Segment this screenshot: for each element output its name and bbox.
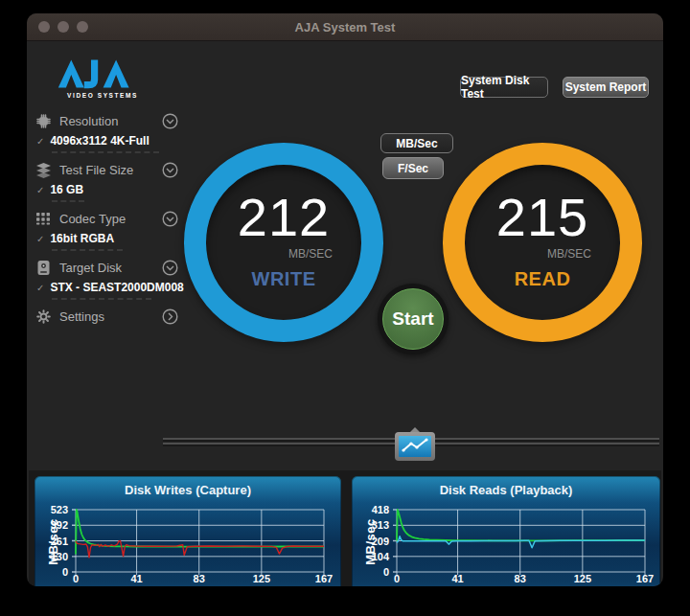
- minimize-button[interactable]: [58, 21, 69, 33]
- y-tick-label: 313: [372, 519, 389, 531]
- y-tick-label: 523: [51, 504, 68, 515]
- y-tick-label: 261: [51, 536, 68, 547]
- read-speed-value: 215: [496, 190, 588, 245]
- app-window: AJA System Test VIDEO SYSTEMS System Dis…: [27, 13, 663, 586]
- x-axis-ticks: 04183125167: [397, 573, 645, 584]
- y-axis-ticks: 0104209313418: [352, 510, 392, 572]
- selected-value: 16 GB: [50, 183, 83, 196]
- chevron-down-icon[interactable]: [162, 113, 178, 129]
- aja-logo: VIDEO SYSTEMS: [56, 57, 144, 99]
- sidebar-item-test-file-size[interactable]: Test File Size: [27, 159, 188, 180]
- resolution-chip-icon: [34, 112, 52, 129]
- sidebar-item-resolution[interactable]: Resolution: [27, 110, 188, 131]
- x-tick-label: 125: [253, 573, 270, 584]
- aja-logo-tagline: VIDEO SYSTEMS: [56, 92, 144, 99]
- sidebar: Resolution ✓ 4096x3112 4K-Full: [27, 110, 188, 329]
- plot-area: [76, 510, 324, 572]
- x-axis-ticks: 04183125167: [76, 573, 324, 584]
- zoom-button[interactable]: [77, 21, 88, 33]
- selected-value: 16bit RGBA: [50, 232, 114, 245]
- write-gauge-label: WRITE: [252, 268, 316, 290]
- system-disk-test-button[interactable]: System Disk Test: [460, 77, 548, 98]
- y-tick-label: 392: [51, 519, 68, 531]
- window-title: AJA System Test: [295, 20, 396, 34]
- checkmark-icon: ✓: [36, 283, 44, 293]
- mb-sec-toggle-button[interactable]: MB/Sec: [380, 133, 453, 153]
- x-tick-label: 0: [394, 573, 400, 584]
- aja-logo-mark: [56, 57, 144, 91]
- divider: [52, 298, 151, 300]
- chevron-down-icon[interactable]: [162, 162, 178, 178]
- disk-writes-chart: Disk Writes (Capture) MB/sec 01302613925…: [34, 476, 341, 586]
- traffic-lights: [38, 21, 88, 33]
- x-tick-label: 83: [515, 573, 526, 584]
- selected-value: STX - SEAST2000DM008: [50, 281, 183, 294]
- x-tick-label: 83: [194, 573, 205, 584]
- sidebar-item-label: Test File Size: [59, 163, 162, 177]
- read-speed-unit: MB/SEC: [547, 247, 591, 261]
- codec-grid-icon: [34, 210, 52, 227]
- x-tick-label: 0: [73, 573, 79, 584]
- chevron-down-icon[interactable]: [162, 211, 178, 227]
- divider: [52, 200, 84, 202]
- selected-codec[interactable]: ✓ 16bit RGBA: [27, 229, 188, 246]
- x-tick-label: 125: [574, 573, 591, 584]
- chart-title: Disk Writes (Capture): [34, 483, 341, 497]
- sidebar-item-codec-type[interactable]: Codec Type: [27, 208, 188, 229]
- selected-file-size[interactable]: ✓ 16 GB: [27, 180, 188, 197]
- write-speed-value: 212: [238, 190, 330, 245]
- chart-toggle-handle[interactable]: [395, 427, 435, 461]
- main-content: VIDEO SYSTEMS System Disk Test System Re…: [27, 41, 663, 586]
- checkmark-icon: ✓: [36, 234, 44, 244]
- title-bar[interactable]: AJA System Test: [27, 13, 663, 41]
- sidebar-item-label: Resolution: [59, 114, 162, 128]
- write-speed-unit: MB/SEC: [288, 247, 333, 261]
- read-gauge-label: READ: [515, 268, 571, 290]
- selected-resolution[interactable]: ✓ 4096x3112 4K-Full: [27, 131, 188, 148]
- selected-disk[interactable]: ✓ STX - SEAST2000DM008: [27, 278, 188, 295]
- plot-area: [397, 510, 645, 572]
- checkmark-icon: ✓: [36, 185, 44, 195]
- y-tick-label: 104: [372, 551, 389, 562]
- y-tick-label: 0: [383, 566, 389, 578]
- start-button-ring: Start: [378, 284, 448, 354]
- x-tick-label: 167: [636, 573, 654, 584]
- sidebar-item-settings[interactable]: Settings: [27, 306, 188, 327]
- disk-icon: [34, 259, 52, 276]
- y-tick-label: 209: [372, 536, 389, 547]
- sidebar-item-target-disk[interactable]: Target Disk: [27, 257, 188, 278]
- line-chart-icon: [395, 432, 435, 461]
- close-button[interactable]: [38, 21, 50, 33]
- divider: [52, 249, 123, 251]
- gear-icon: [34, 308, 52, 325]
- sidebar-item-label: Codec Type: [59, 212, 162, 226]
- chart-title: Disk Reads (Playback): [352, 483, 660, 497]
- y-tick-label: 130: [51, 551, 68, 562]
- chevron-down-icon[interactable]: [162, 260, 178, 276]
- y-tick-label: 418: [372, 504, 389, 515]
- read-speed-gauge: 215 MB/SEC READ: [443, 143, 642, 342]
- charts-section: Disk Writes (Capture) MB/sec 01302613925…: [29, 470, 661, 586]
- x-tick-label: 41: [451, 573, 463, 584]
- disk-reads-chart: Disk Reads (Playback) MB/sec 01042093134…: [352, 476, 660, 586]
- divider: [52, 151, 159, 153]
- sidebar-item-label: Target Disk: [59, 261, 162, 275]
- start-button[interactable]: Start: [382, 288, 444, 350]
- f-sec-toggle-button[interactable]: F/Sec: [382, 157, 444, 179]
- y-axis-ticks: 0130261392523: [34, 510, 71, 572]
- selected-value: 4096x3112 4K-Full: [50, 134, 149, 148]
- system-report-button[interactable]: System Report: [563, 77, 649, 98]
- write-speed-gauge: 212 MB/SEC WRITE: [184, 143, 383, 342]
- layers-icon: [34, 161, 52, 178]
- x-tick-label: 41: [130, 573, 142, 584]
- chevron-right-icon[interactable]: [162, 308, 178, 325]
- checkmark-icon: ✓: [36, 136, 44, 147]
- x-tick-label: 167: [315, 573, 333, 584]
- sidebar-item-label: Settings: [59, 309, 162, 324]
- y-tick-label: 0: [62, 566, 68, 578]
